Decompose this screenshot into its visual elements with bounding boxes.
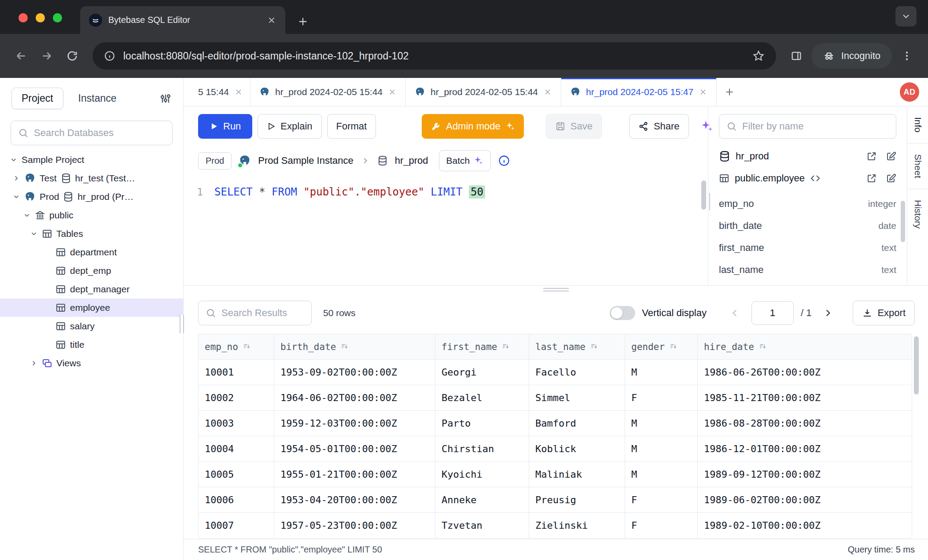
- schema-filter[interactable]: [719, 114, 896, 139]
- tree-item-public-schema[interactable]: public: [0, 206, 183, 225]
- close-icon[interactable]: [543, 88, 552, 96]
- cell[interactable]: 1985-11-21T00:00:00Z: [698, 385, 912, 411]
- cell[interactable]: F: [625, 487, 698, 513]
- cell[interactable]: Bezalel: [435, 385, 529, 411]
- format-button[interactable]: Format: [327, 114, 376, 139]
- cell[interactable]: 10006: [199, 487, 274, 513]
- zoom-window-button[interactable]: [53, 13, 62, 22]
- new-tab-button[interactable]: [297, 15, 309, 28]
- cell[interactable]: Chirstian: [435, 436, 529, 462]
- column-list-scrollbar[interactable]: [901, 201, 905, 242]
- cell[interactable]: Preusig: [529, 487, 625, 513]
- tree-item-table-dept-manager[interactable]: dept_manager: [0, 280, 183, 298]
- scrollbar-thumb[interactable]: [914, 336, 919, 394]
- sql-code-line[interactable]: SELECT * FROM "public"."employee" LIMIT …: [214, 183, 485, 285]
- cell[interactable]: M: [625, 411, 698, 436]
- cell[interactable]: 1986-08-28T00:00:00Z: [698, 411, 912, 436]
- user-avatar[interactable]: AD: [900, 82, 919, 102]
- cell[interactable]: 1989-02-10T00:00:00Z: [698, 513, 912, 538]
- edit-pencil-icon[interactable]: [886, 173, 896, 184]
- tab-search-button[interactable]: [895, 6, 917, 26]
- column-row[interactable]: first_name text: [719, 237, 896, 259]
- column-header[interactable]: last_name: [529, 334, 625, 360]
- tree-settings-icon[interactable]: [159, 92, 172, 105]
- close-icon[interactable]: [699, 88, 707, 96]
- results-search-input[interactable]: [221, 307, 304, 319]
- column-header[interactable]: first_name: [435, 334, 529, 360]
- bookmark-star-icon[interactable]: [752, 50, 765, 62]
- address-bar[interactable]: localhost:8080/sql-editor/prod-sample-in…: [92, 42, 776, 70]
- add-sheet-button[interactable]: [717, 78, 742, 106]
- admin-mode-button[interactable]: Admin mode: [422, 114, 524, 139]
- column-row[interactable]: emp_no integer: [719, 193, 896, 215]
- sidebar-resize-handle[interactable]: [180, 315, 184, 333]
- explain-button[interactable]: Explain: [258, 114, 321, 139]
- page-input[interactable]: [751, 301, 794, 325]
- cell[interactable]: F: [625, 513, 698, 538]
- tab-instance[interactable]: Instance: [78, 92, 117, 104]
- results-scrollbar[interactable]: [912, 334, 920, 539]
- cell[interactable]: 10005: [199, 462, 274, 487]
- vertical-display-toggle[interactable]: [610, 306, 635, 320]
- cell[interactable]: Koblick: [529, 436, 625, 462]
- minimize-window-button[interactable]: [36, 13, 45, 22]
- external-link-icon[interactable]: [866, 173, 877, 184]
- tab-project[interactable]: Project: [11, 88, 63, 109]
- editor-tab-2[interactable]: hr_prod 2024-02-05 15:44: [406, 78, 561, 106]
- editor-scrollbar[interactable]: [701, 181, 706, 210]
- cell[interactable]: Kyoichi: [435, 462, 529, 487]
- batch-button[interactable]: Batch: [439, 150, 491, 171]
- cell[interactable]: 1964-06-02T00:00:00Z: [274, 385, 435, 411]
- cell[interactable]: M: [625, 360, 698, 385]
- save-button[interactable]: Save: [546, 114, 602, 139]
- code-icon[interactable]: [810, 173, 821, 184]
- prev-page-button[interactable]: [725, 303, 744, 323]
- tree-item-table-title[interactable]: title: [0, 335, 183, 354]
- cell[interactable]: 10003: [199, 411, 274, 436]
- cell[interactable]: 10002: [199, 385, 274, 411]
- side-tab-sheet[interactable]: Sheet: [907, 144, 928, 189]
- tree-item-table-department[interactable]: department: [0, 243, 183, 262]
- panel-resize-handle[interactable]: [708, 193, 710, 210]
- database-name[interactable]: hr_prod: [395, 155, 428, 166]
- info-icon[interactable]: [498, 155, 510, 167]
- schema-database-row[interactable]: hr_prod: [719, 151, 896, 162]
- tree-item-hr-prod[interactable]: Prod hr_prod (Pr…: [0, 188, 183, 206]
- environment-chip[interactable]: Prod: [198, 152, 232, 169]
- cell[interactable]: 1989-09-12T00:00:00Z: [698, 462, 912, 487]
- close-icon[interactable]: [388, 88, 397, 96]
- reload-button[interactable]: [62, 45, 83, 66]
- database-search-input[interactable]: [34, 127, 165, 139]
- forward-button[interactable]: [36, 45, 57, 66]
- side-tab-history[interactable]: History: [907, 189, 928, 239]
- cell[interactable]: 1954-05-01T00:00:00Z: [274, 436, 435, 462]
- tree-item-views[interactable]: Views: [0, 354, 183, 372]
- cell[interactable]: 1957-05-23T00:00:00Z: [274, 513, 435, 538]
- tree-item-hr-test[interactable]: Test hr_test (Test…: [0, 169, 183, 188]
- column-header[interactable]: gender: [625, 334, 698, 360]
- cell[interactable]: Facello: [529, 360, 625, 385]
- editor-tab-0[interactable]: 5 15:44: [184, 78, 250, 106]
- results-splitter[interactable]: [184, 285, 928, 292]
- back-button[interactable]: [11, 45, 32, 66]
- cell[interactable]: 10001: [199, 360, 274, 385]
- url-text[interactable]: localhost:8080/sql-editor/prod-sample-in…: [123, 50, 744, 62]
- external-link-icon[interactable]: [866, 151, 877, 162]
- cell[interactable]: Bamford: [529, 411, 625, 436]
- cell[interactable]: 1959-12-03T00:00:00Z: [274, 411, 435, 436]
- instance-name[interactable]: Prod Sample Instance: [258, 155, 353, 166]
- column-row[interactable]: last_name text: [719, 259, 896, 281]
- tree-item-table-dept-emp[interactable]: dept_emp: [0, 262, 183, 280]
- cell[interactable]: 10007: [199, 513, 274, 538]
- cell[interactable]: 1953-04-20T00:00:00Z: [274, 487, 435, 513]
- tree-item-tables[interactable]: Tables: [0, 225, 183, 243]
- cell[interactable]: Anneke: [435, 487, 529, 513]
- results-search[interactable]: [198, 301, 312, 325]
- side-panel-icon[interactable]: [786, 45, 807, 66]
- column-header[interactable]: hire_date: [698, 334, 912, 360]
- tree-item-table-employee[interactable]: employee: [0, 298, 183, 317]
- browser-tab[interactable]: Bytebase SQL Editor: [80, 6, 285, 34]
- export-button[interactable]: Export: [853, 301, 915, 325]
- browser-menu-icon[interactable]: [896, 45, 917, 66]
- sql-editor[interactable]: 1 SELECT * FROM "public"."employee" LIMI…: [184, 175, 708, 285]
